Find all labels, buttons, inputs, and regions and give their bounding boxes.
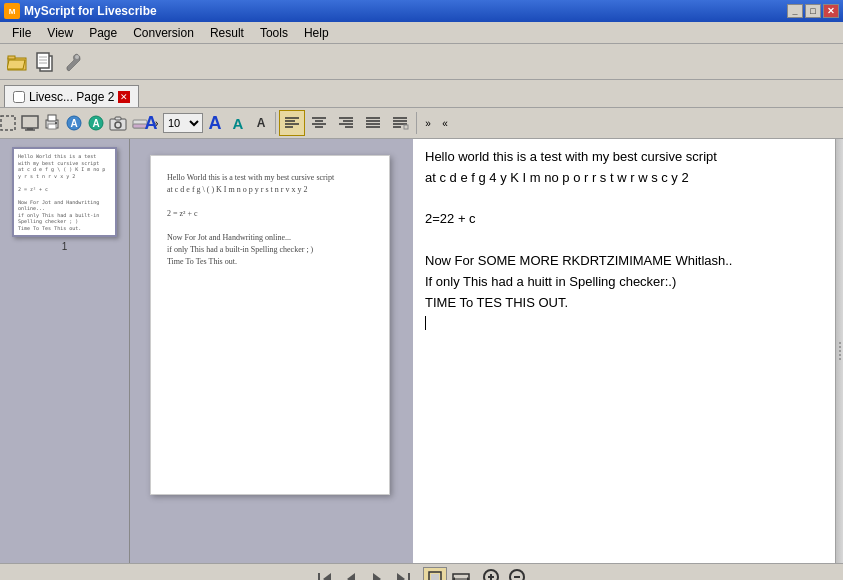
align-justify-button[interactable]: [360, 110, 386, 136]
window-controls[interactable]: _ □ ✕: [787, 4, 839, 18]
text-line-3: 2=22 + c: [425, 209, 831, 230]
print-button[interactable]: [42, 110, 62, 136]
rect-select-icon: [0, 114, 17, 132]
monitor-select-button[interactable]: [20, 110, 40, 136]
copy-button[interactable]: [32, 49, 58, 75]
drag-dot: [839, 358, 841, 360]
title-bar: M MyScript for Livescribe _ □ ✕: [0, 0, 843, 22]
camera-button[interactable]: [108, 110, 128, 136]
align-center-button[interactable]: [306, 110, 332, 136]
menu-view[interactable]: View: [39, 24, 81, 42]
menu-bar: File View Page Conversion Result Tools H…: [0, 22, 843, 44]
svg-rect-55: [453, 574, 469, 581]
menu-conversion[interactable]: Conversion: [125, 24, 202, 42]
last-page-button[interactable]: [391, 567, 415, 581]
annotate1-icon: A: [65, 114, 83, 132]
align-list-icon: [391, 114, 409, 132]
tab-page2[interactable]: Livesc... Page 2 ✕: [4, 85, 139, 107]
print-icon: [43, 114, 61, 132]
fit-width-icon: [452, 570, 470, 581]
app-icon: M: [4, 3, 20, 19]
font-size-select[interactable]: 10 8 12 14 16: [163, 113, 203, 133]
tab-bar: Livesc... Page 2 ✕: [0, 80, 843, 108]
text-result-panel: Hello world this is a test with my best …: [410, 139, 843, 563]
drag-dot: [839, 354, 841, 356]
prev-page-button[interactable]: [339, 567, 363, 581]
align-list-button[interactable]: [387, 110, 413, 136]
settings-button[interactable]: [60, 49, 86, 75]
annotate2-button[interactable]: A: [86, 110, 106, 136]
align-left-button[interactable]: [279, 110, 305, 136]
fit-page-icon: [426, 570, 444, 581]
toolbar-separator: [275, 112, 276, 134]
tab-close-button[interactable]: ✕: [118, 91, 130, 103]
right-overflow-button[interactable]: »: [420, 110, 436, 136]
converted-text-area[interactable]: Hello world this is a test with my best …: [413, 139, 843, 563]
svg-marker-49: [347, 573, 355, 581]
thumbnail-panel: Hello World this is a test with my best …: [0, 139, 130, 563]
drag-dot: [839, 346, 841, 348]
text-format-group: A 10 8 12 14 16 A A A: [136, 110, 839, 136]
close-button[interactable]: ✕: [823, 4, 839, 18]
font-a1-button[interactable]: A: [204, 110, 226, 136]
align-center-icon: [310, 114, 328, 132]
left-nav-button[interactable]: «: [437, 110, 453, 136]
svg-rect-9: [1, 116, 15, 130]
monitor-icon: [21, 114, 39, 132]
text-cursor-line: [425, 313, 831, 334]
thumbnail-page-number: 1: [62, 241, 68, 252]
next-page-icon: [369, 571, 385, 581]
text-line-1: Hello world this is a test with my best …: [425, 147, 831, 168]
menu-file[interactable]: File: [4, 24, 39, 42]
align-right-icon: [337, 114, 355, 132]
toolbar-separator2: [416, 112, 417, 134]
svg-point-16: [55, 122, 57, 124]
drag-dot: [839, 342, 841, 344]
page-thumbnail[interactable]: Hello World this is a test with my best …: [12, 147, 117, 237]
menu-tools[interactable]: Tools: [252, 24, 296, 42]
fit-width-button[interactable]: [449, 567, 473, 581]
svg-rect-46: [404, 125, 408, 129]
svg-point-8: [75, 55, 79, 59]
svg-rect-54: [431, 574, 439, 581]
align-justify-icon: [364, 114, 382, 132]
doc-tools-group: A A »: [4, 110, 134, 136]
next-page-button[interactable]: [365, 567, 389, 581]
svg-marker-48: [323, 573, 331, 581]
text-line-4: Now For SOME MORE RKDRTZIMIMAME Whitlash…: [425, 251, 831, 272]
fit-page-button[interactable]: [423, 567, 447, 581]
align-right-button[interactable]: [333, 110, 359, 136]
menu-page[interactable]: Page: [81, 24, 125, 42]
prev-page-icon: [343, 571, 359, 581]
menu-result[interactable]: Result: [202, 24, 252, 42]
handwriting-content: Hello World this is a test with my best …: [167, 172, 373, 268]
panel-resize-handle[interactable]: [835, 139, 843, 563]
main-content: Hello World this is a test with my best …: [0, 139, 843, 563]
svg-point-63: [510, 570, 524, 581]
thumbnail-text: Hello World this is a test with my best …: [18, 153, 111, 231]
open-folder-button[interactable]: [4, 49, 30, 75]
svg-rect-10: [22, 116, 38, 128]
font-a2-button[interactable]: A: [227, 110, 249, 136]
zoom-in-icon: [482, 568, 504, 581]
rect-select-button[interactable]: [0, 110, 18, 136]
first-page-button[interactable]: [313, 567, 337, 581]
svg-marker-52: [397, 573, 405, 581]
minimize-button[interactable]: _: [787, 4, 803, 18]
zoom-in-button[interactable]: [481, 567, 505, 581]
navigation-toolbar: [0, 563, 843, 580]
tab-checkbox[interactable]: [13, 91, 25, 103]
maximize-button[interactable]: □: [805, 4, 821, 18]
text-blank-2: [425, 230, 831, 251]
menu-help[interactable]: Help: [296, 24, 337, 42]
font-a3-button[interactable]: A: [250, 110, 272, 136]
text-line-5: If only This had a huitt in Spelling che…: [425, 272, 831, 293]
main-toolbar: [0, 44, 843, 80]
text-blank-1: [425, 189, 831, 210]
svg-text:A: A: [92, 118, 99, 129]
annotate1-button[interactable]: A: [64, 110, 84, 136]
drag-dot: [839, 350, 841, 352]
zoom-out-button[interactable]: [507, 567, 531, 581]
copy-icon: [36, 52, 54, 72]
font-large-button[interactable]: A: [140, 110, 162, 136]
